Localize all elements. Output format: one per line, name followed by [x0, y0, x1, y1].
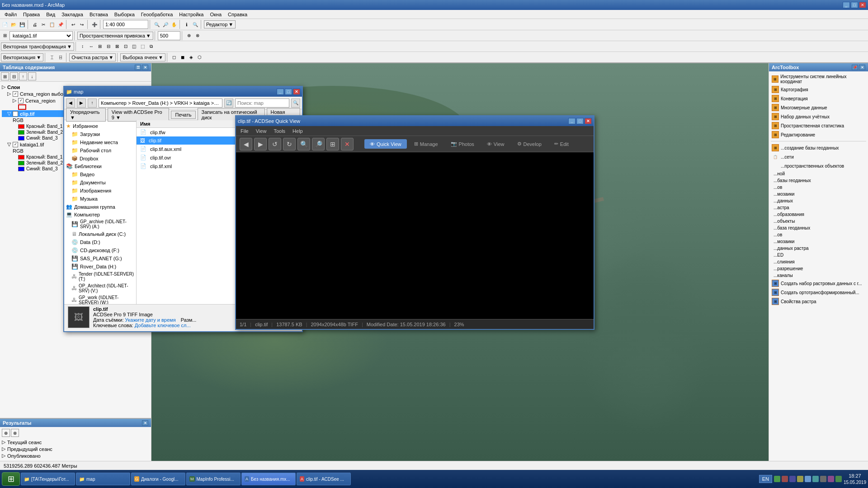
save-button[interactable]: 💾 [18, 20, 26, 28]
tab-photos[interactable]: 📷 Photos [445, 139, 480, 149]
tab-manage[interactable]: ⊞ Manage [409, 139, 443, 149]
redo-button[interactable]: ↪ [78, 20, 86, 28]
vt-icon-5[interactable]: ⊠ [113, 42, 121, 51]
acdsee-menu-tools[interactable]: Tools [271, 127, 288, 135]
menu-insert[interactable]: Вставка [87, 11, 111, 18]
fb-tree-item-img[interactable]: 📁 Изображения [66, 187, 134, 195]
vectorization-dropdown[interactable]: Векторизация ▼ [1, 53, 43, 61]
fb-up-btn[interactable]: ↑ [88, 99, 97, 108]
results-current[interactable]: ▷ Текущий сеанс [2, 439, 149, 446]
cell-select-dropdown[interactable]: Выборка ячеек ▼ [120, 53, 165, 61]
editor-dropdown[interactable]: Редактор ▼ [204, 20, 236, 28]
acdsee-rotate-cw[interactable]: ↻ [283, 138, 296, 150]
fb-tree-item-t[interactable]: 🖧 Tender (\\DLNET-SERVER) (T:) [66, 271, 134, 282]
scale-input[interactable] [103, 20, 148, 29]
acdsee-zoom-out[interactable]: 🔎 [312, 138, 325, 150]
toolbox-item-ortho[interactable]: ⊞ Создать ортотрансформированный... [771, 288, 866, 297]
fb-minimize[interactable]: _ [277, 89, 284, 95]
layer-dropdown[interactable]: kataiga1.tif [9, 31, 73, 40]
fb-tree-item-w[interactable]: 🖧 GP_work (\\DLNET-SERVER) (W:) [66, 294, 134, 304]
add-data-button[interactable]: ➕ [90, 20, 99, 28]
toolbox-item-4[interactable]: ⊞ Набор данных учётных [771, 112, 866, 121]
fb-back-btn[interactable]: ◀ [66, 99, 75, 108]
fb-search-btn[interactable]: 🔍 [291, 99, 300, 108]
menu-settings[interactable]: Настройка [176, 11, 206, 18]
tray-icon-7[interactable] [820, 476, 826, 482]
tray-icon-9[interactable] [835, 476, 842, 482]
toolbox-item-sliy[interactable]: ...слияния [771, 258, 866, 265]
rc-icon-1[interactable]: ◻ [170, 53, 178, 61]
toolbox-item-ov[interactable]: ...ов [771, 184, 866, 191]
pan-button[interactable]: ✋ [170, 20, 178, 28]
vt-icon-7[interactable]: ◫ [130, 42, 138, 51]
tab-edit[interactable]: ✏ Edit [549, 139, 574, 149]
toolbox-item-noy[interactable]: ...ной [771, 170, 866, 177]
menu-windows[interactable]: Окна [207, 11, 224, 18]
copy-button[interactable]: 📋 [48, 20, 56, 28]
menu-geoprocessing[interactable]: Геообработка [138, 11, 176, 18]
check-kataiga[interactable]: ✓ [13, 142, 18, 147]
fb-tree-item-c[interactable]: 🖥 Локальный диск (C:) [66, 230, 134, 238]
tab-quickview[interactable]: 👁 Quick View [364, 139, 407, 149]
toc-btn-2[interactable]: ⊟ [10, 72, 18, 80]
clock-display[interactable]: 18:27 15.05.2019 [844, 473, 866, 485]
print-button[interactable]: 🖨 [31, 20, 39, 28]
menu-edit[interactable]: Правка [20, 11, 42, 18]
tab-develop[interactable]: ⚙ Develop [512, 139, 547, 149]
fb-tree-item-mus[interactable]: 📁 Музыка [66, 195, 134, 203]
vt-icon-8[interactable]: ⬚ [139, 42, 147, 51]
acdsee-image-area[interactable] [236, 152, 594, 319]
fb-tree-item-d[interactable]: 💿 Data (D:) [66, 238, 134, 246]
fb-maximize[interactable]: □ [285, 89, 292, 95]
vec-icon-2[interactable]: ⌸ [57, 53, 65, 61]
acdsee-minimize[interactable]: _ [568, 118, 576, 124]
toolbox-item-bazageo[interactable]: ...базы геоданных [771, 177, 866, 184]
fb-forward-btn[interactable]: ▶ [77, 99, 86, 108]
fb-tree-item-vid[interactable]: 📁 Видео [66, 170, 134, 178]
vector-transform-dropdown[interactable]: Векторная трансформация ▼ [1, 42, 74, 51]
new-button[interactable]: 📄 [1, 20, 9, 28]
acdsee-menu-help[interactable]: Help [290, 127, 306, 135]
layer-select-icon[interactable]: ⊞ [1, 32, 9, 40]
fb-tree-item-f[interactable]: 💿 CD-дисковод (F:) [66, 246, 134, 254]
acdsee-prev-btn[interactable]: ◀ [240, 138, 252, 150]
check-clip[interactable]: ✓ [13, 111, 18, 117]
toolbox-item-rastra[interactable]: ...астра [771, 204, 866, 211]
toolbox-item-dannyx[interactable]: ...данных [771, 197, 866, 204]
toolbox-item-seti[interactable]: 📋 ...сети [771, 152, 866, 161]
toolbox-item-props[interactable]: ⊞ Свойства растра [771, 297, 866, 306]
acdsee-rotate-ccw[interactable]: ↺ [269, 138, 281, 150]
snap-icon-1[interactable]: ⊕ [185, 32, 193, 40]
fb-tree-item-v[interactable]: 🖧 OP_Architect (\\DL-NET-SRV) (V:) [66, 282, 134, 294]
fb-tree-item-h[interactable]: 💾 Rover_Data (H:) [66, 263, 134, 271]
taskbar-btn-3[interactable]: M MapInfo Professi... [186, 473, 241, 485]
menu-help[interactable]: Справка [225, 11, 250, 18]
arctoolbox-pin[interactable]: 📌 [852, 65, 858, 70]
fb-tree-item-desk[interactable]: 📁 Рабочий стол [66, 146, 134, 155]
raster-cleanup-dropdown[interactable]: Очистка растра ▼ [69, 53, 116, 61]
fb-address[interactable]: Компьютер > Rover_Data (H:) > VRKH > kat… [99, 99, 222, 108]
identify-button[interactable]: ℹ [183, 20, 191, 28]
open-button[interactable]: 📂 [9, 20, 18, 28]
arctoolbox-close[interactable]: ✕ [859, 65, 865, 70]
tray-icon-8[interactable] [828, 476, 834, 482]
acdsee-zoom-in[interactable]: 🔍 [297, 138, 310, 150]
toolbox-item-ov2[interactable]: ...ов [771, 231, 866, 238]
toolbox-item-0[interactable]: ⊞ Инструменты систем линейных координат [771, 73, 866, 85]
results-close[interactable]: ✕ [142, 420, 148, 426]
results-btn-2[interactable]: ⊗ [11, 429, 19, 437]
toolbox-item-mozaiki[interactable]: ...мозаики [771, 191, 866, 197]
tray-icon-5[interactable] [805, 476, 811, 482]
undo-button[interactable]: ↩ [69, 20, 77, 28]
toc-btn-4[interactable]: ↓ [28, 72, 36, 80]
snap-tolerance-input[interactable] [158, 31, 180, 40]
toolbox-item-5[interactable]: ⊞ Пространственная статистика [771, 121, 866, 130]
fb-tree-item-ned[interactable]: 📁 Недавние места [66, 138, 134, 146]
zoom-out-button[interactable]: 🔎 [161, 20, 170, 28]
fb-tree-item-comp[interactable]: 💻 Компьютер [66, 211, 134, 218]
cut-button[interactable]: ✂ [39, 20, 47, 28]
toolbox-item-1[interactable]: ⊞ Картография [771, 85, 866, 94]
toolbox-item-create-raster[interactable]: ⊞ Создать набор растровых данных с г... [771, 279, 866, 288]
toolbox-item-6[interactable]: ⊞ Редактирование [771, 130, 866, 139]
minimize-button[interactable]: _ [843, 2, 850, 8]
